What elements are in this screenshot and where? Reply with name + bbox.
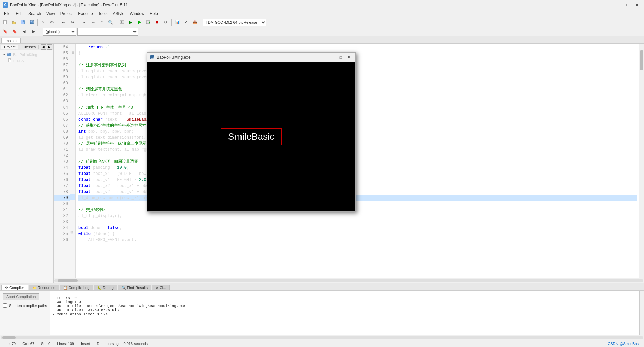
tab-debug[interactable]: 🐛 Debug	[94, 285, 117, 290]
tab-compiler-icon: ⚙	[5, 286, 8, 290]
h-scrollbar-thumb[interactable]	[58, 279, 78, 282]
compile-button[interactable]	[118, 18, 126, 26]
float-close-button[interactable]: ✕	[345, 54, 353, 60]
status-line: Line: 79	[3, 342, 16, 346]
code-line-54: return -1;	[78, 44, 637, 50]
undo-button[interactable]: ↩	[60, 18, 68, 26]
shorten-row: Shorten compiler paths	[0, 303, 50, 308]
toolbar-sep5	[171, 19, 172, 26]
minimize-button[interactable]: —	[614, 2, 623, 8]
svg-rect-3	[21, 22, 24, 24]
next-nav-button[interactable]: ▶	[47, 44, 52, 50]
bottom-content-area: Abort Compilation Shorten compiler paths…	[0, 291, 644, 335]
output-line-1: - Errors: 0	[52, 296, 637, 300]
project-tab[interactable]: Project	[1, 45, 18, 49]
floating-window-title: BaoPoHuiXing.exe	[157, 55, 191, 60]
scope-selector[interactable]: (globals)	[43, 28, 76, 36]
function-selector[interactable]	[77, 28, 138, 36]
prev-nav-button[interactable]: ◀	[41, 44, 46, 50]
title-bar: C BaoPoHuiXing - [BaoPoHuiXing.dev] - [E…	[0, 0, 644, 10]
tree-root[interactable]: ▼ BaoPoHuiXing	[1, 52, 52, 58]
syntax-check-button[interactable]: ✔	[182, 18, 190, 26]
toolbar-sep1	[37, 19, 38, 26]
maximize-button[interactable]: □	[623, 2, 632, 8]
indent-button[interactable]: →|	[80, 18, 88, 26]
parameters-button[interactable]: ⚙	[162, 18, 170, 26]
tab-main-c[interactable]: main.c	[1, 38, 21, 43]
tree-file-main[interactable]: main.c	[1, 58, 52, 63]
new-button[interactable]	[1, 18, 9, 26]
close-file-button[interactable]: ✕	[39, 18, 47, 26]
abort-compilation-button[interactable]: Abort Compilation	[3, 293, 39, 300]
stop-button[interactable]: ■	[153, 18, 161, 26]
scrollbar-thumb[interactable]	[640, 50, 643, 70]
menu-project[interactable]: Project	[58, 10, 75, 17]
file-icon	[8, 58, 12, 62]
menu-file[interactable]: File	[1, 10, 13, 17]
toolbar-row1: ✕ ✕✕ ↩ ↪ →| |← // 🔍 ▶ ■ ⚙ 📊 ✔ 📤 T	[0, 17, 644, 27]
export-button[interactable]: 📤	[191, 18, 199, 26]
float-minimize-button[interactable]: —	[329, 54, 336, 60]
menu-window[interactable]: Window	[127, 10, 147, 17]
code-line-86: ALLEGRO_EVENT event;	[78, 237, 637, 243]
next-bookmark-button[interactable]: ▶	[30, 28, 38, 36]
menu-astyle[interactable]: AStyle	[110, 10, 127, 17]
compiler-selector[interactable]: TDM-GCC 4.9.2 64-bit Release	[203, 19, 266, 26]
menu-execute[interactable]: Execute	[75, 10, 95, 17]
status-col: Col: 67	[22, 342, 34, 346]
menu-edit[interactable]: Edit	[13, 10, 25, 17]
run-button[interactable]: ▶	[127, 18, 135, 26]
floating-title: ex BaoPoHuiXing.exe	[150, 55, 191, 60]
unindent-button[interactable]: |←	[89, 18, 97, 26]
title-bar-controls: — □ ✕	[614, 2, 641, 8]
tab-find-results[interactable]: 🔍 Find Results	[118, 285, 151, 290]
tab-close[interactable]: ✕ Cl...	[152, 285, 170, 290]
rebuild-button[interactable]	[144, 18, 152, 26]
menu-view[interactable]: View	[44, 10, 58, 17]
close-all-button[interactable]: ✕✕	[48, 18, 56, 26]
save-button[interactable]	[19, 18, 27, 26]
compile-run-button[interactable]	[136, 18, 144, 26]
menu-tools[interactable]: Tools	[96, 10, 110, 17]
toolbar-sep4	[116, 19, 116, 26]
code-line-82: al_flip_display();	[78, 213, 637, 219]
tab-close-icon: ✕	[156, 286, 158, 290]
exe-icon: ex	[150, 55, 155, 60]
tab-compile-log[interactable]: 📋 Compile Log	[60, 285, 93, 290]
horizontal-scrollbar[interactable]	[54, 278, 644, 283]
vertical-scrollbar[interactable]	[639, 44, 644, 278]
svg-marker-10	[138, 21, 141, 24]
tab-compiler[interactable]: ⚙ Compiler	[1, 285, 28, 290]
toggle-comment-button[interactable]: //	[98, 18, 106, 26]
bottom-h-scrollbar[interactable]	[0, 335, 644, 340]
output-line-4: - Output Size: 134.6015625 KiB	[52, 308, 637, 312]
remove-bookmark-button[interactable]: 🔖	[11, 28, 19, 36]
output-line-2: - Warnings: 0	[52, 300, 637, 304]
status-bar: Line: 79 Col: 67 Sel: 0 Lines: 109 Inser…	[0, 340, 644, 347]
project-tree: ▼ BaoPoHuiXing main.c	[0, 50, 53, 64]
window-title: BaoPoHuiXing - [BaoPoHuiXing.dev] - [Exe…	[10, 3, 128, 7]
classes-tab[interactable]: Classes	[20, 45, 39, 49]
close-button[interactable]: ✕	[633, 2, 641, 8]
code-line-83	[78, 219, 637, 225]
floating-controls: — □ ✕	[329, 54, 353, 60]
shorten-paths-label: Shorten compiler paths	[9, 304, 47, 308]
prev-bookmark-button[interactable]: ◀	[20, 28, 28, 36]
scrollbar-track	[54, 279, 643, 282]
menu-search[interactable]: Search	[25, 10, 44, 17]
tree-file-label: main.c	[13, 58, 24, 62]
menu-help[interactable]: Help	[147, 10, 161, 17]
shorten-paths-checkbox[interactable]	[3, 303, 7, 308]
output-line-3: - Output Filename: D:\Projects\BaoPoHuiX…	[52, 304, 637, 308]
toolbar-sep2	[58, 19, 58, 26]
redo-button[interactable]: ↪	[68, 18, 76, 26]
tab-resources[interactable]: 📁 Resources	[29, 285, 59, 290]
profile-button[interactable]: 📊	[173, 18, 181, 26]
add-bookmark-button[interactable]: 🔖	[1, 28, 9, 36]
open-button[interactable]	[10, 18, 18, 26]
bottom-v-scrollbar[interactable]	[639, 291, 644, 335]
float-maximize-button[interactable]: □	[337, 54, 344, 60]
save-all-button[interactable]	[28, 18, 36, 26]
abort-row: Abort Compilation	[0, 291, 50, 303]
search-button[interactable]: 🔍	[106, 18, 114, 26]
